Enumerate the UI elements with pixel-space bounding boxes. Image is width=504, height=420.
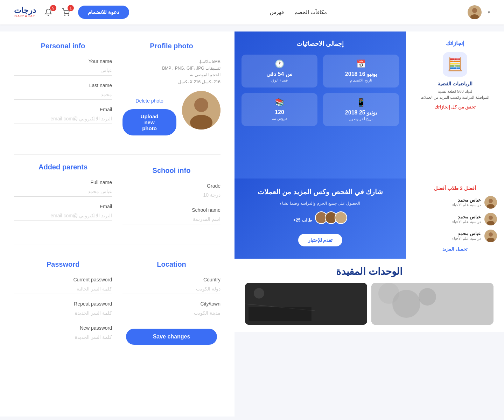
password-title: Password	[14, 260, 112, 268]
logo-subtext: DAR'AJAT	[14, 14, 36, 18]
achievement-link[interactable]: تحقق من كل إنجازاتك	[413, 104, 497, 110]
current-password-label: Current password	[14, 277, 112, 282]
personal-email-input[interactable]	[14, 114, 112, 124]
profile-avatar	[182, 91, 220, 130]
user-menu-chevron[interactable]: ▾	[488, 10, 490, 15]
achievement-desc-1: لديك 560 قطعة نقدية	[413, 89, 497, 94]
parent-email-input[interactable]	[14, 211, 112, 221]
grade-input[interactable]	[122, 190, 220, 200]
personal-info-section: Personal info Your name Last name Email	[14, 42, 112, 138]
stat-icon-2: 📚	[246, 98, 313, 107]
country-label: Country	[122, 277, 220, 282]
svg-point-1	[68, 15, 69, 15]
current-password-field: Current password	[14, 277, 112, 294]
svg-point-3	[472, 8, 477, 13]
upload-photo-button[interactable]: Upload new photo	[122, 109, 176, 135]
stat-item-3: 📱 يونيو 25 2018 تاريخ آخر وصول	[323, 93, 399, 126]
parent-full-name-field: Full name	[14, 180, 112, 197]
achievement-name: الرياضيات الفضية	[413, 81, 497, 86]
svg-point-23	[392, 290, 420, 318]
user-avatar[interactable]	[468, 5, 482, 19]
join-button[interactable]: دعوة للانضمام	[78, 6, 129, 19]
repeat-password-input[interactable]	[14, 308, 112, 318]
logo-text: درجات	[14, 7, 36, 14]
your-name-input[interactable]	[14, 65, 112, 76]
student-item-0: عباس محمد دراسية علم الأحياء	[413, 196, 497, 209]
useful-units-section: الوحدات المقيدة	[234, 259, 504, 332]
student-item-1: عباس محمد دراسية علم الأحياء	[413, 213, 497, 225]
promo-panel: شارك في الفحص وكس المزيد من العملات الحص…	[234, 178, 406, 259]
top-right-row: إجمالي الاحصائيات 🕐 س 54 دقي قضاء الوق 📅…	[234, 31, 504, 178]
delete-photo-link[interactable]: Delete photo	[122, 98, 176, 104]
notifications-wrap[interactable]: 5	[43, 7, 54, 18]
password-section: Password Current password Repeat passwor…	[14, 260, 112, 349]
navbar-left: درجات DAR'AJAT 5 1 دعوة للانضمام	[14, 6, 129, 19]
student-name-2: عباس محمد	[452, 231, 481, 236]
city-label: City/town	[122, 301, 220, 307]
new-password-input[interactable]	[14, 332, 112, 342]
load-more-button[interactable]: تحميل المزيد	[413, 246, 497, 252]
svg-point-19	[254, 288, 264, 299]
school-name-input[interactable]	[122, 214, 220, 224]
stat-item-1: 📅 يونيو 16 2018 تاريخ الانضمام	[323, 55, 399, 88]
notifications-badge: 5	[50, 5, 56, 11]
country-field: Country	[122, 277, 220, 294]
achievements-panel: إنجازاتك 🧮 الرياضيات الفضية لديك 560 قطع…	[406, 31, 504, 178]
repeat-password-label: Repeat password	[14, 301, 112, 307]
location-title: Location	[122, 260, 220, 268]
svg-point-9	[489, 199, 493, 203]
parent-full-name-input[interactable]	[14, 187, 112, 197]
svg-point-24	[419, 288, 436, 306]
save-changes-button[interactable]: Save changes	[126, 329, 217, 345]
take-test-button[interactable]: تقدم للإختبار	[298, 234, 343, 246]
student-subject-1: دراسية علم الأحياء	[452, 219, 481, 224]
location-section: Location Country City/town Save changes	[122, 260, 220, 349]
stat-item-0: 🕐 س 54 دقي قضاء الوق	[241, 55, 317, 88]
svg-rect-20	[248, 307, 312, 321]
promo-desc: الحصول على جميع الحزم والدراسة وقتما تشا…	[241, 200, 399, 206]
student-info-0: عباس محمد دراسية علم الأحياء	[452, 197, 481, 207]
profile-photo-title: Profile photo	[122, 42, 220, 50]
school-info-section: School info Grade School name	[122, 167, 220, 236]
achievements-title: إنجازاتك	[413, 40, 497, 47]
svg-point-12	[489, 216, 493, 220]
student-item-2: عباس محمد دراسية علم الأحياء	[413, 230, 497, 242]
student-subject-0: دراسية علم الأحياء	[452, 203, 481, 207]
added-parents-title: Added parents	[14, 163, 112, 171]
unit-card-2[interactable]	[371, 283, 493, 325]
your-name-field: Your name	[14, 58, 112, 76]
useful-units-title: الوحدات المقيدة	[245, 266, 493, 277]
grade-label: Grade	[122, 183, 220, 189]
top-form-row: Personal info Your name Last name Email …	[14, 42, 220, 146]
nav-catalog[interactable]: فهرس	[270, 9, 284, 15]
profile-photo-section: Profile photo 5MB ماكسإ. تنسيقات BMP ، P…	[122, 42, 220, 135]
personal-email-field: Email	[14, 107, 112, 124]
student-avatar-2	[484, 230, 497, 242]
last-name-input[interactable]	[14, 90, 112, 100]
profile-panel: Personal info Your name Last name Email …	[0, 31, 234, 416]
school-info-title: School info	[122, 167, 220, 175]
promo-student-count: +25 طالب	[293, 218, 312, 223]
new-password-label: New password	[14, 325, 112, 331]
stat-value-0: س 54 دقي	[246, 71, 313, 77]
stat-label-0: قضاء الوق	[246, 78, 313, 83]
parent-email-field: Email	[14, 204, 112, 221]
last-name-label: Last name	[14, 83, 112, 88]
bottom-form-row: Password Current password Repeat passwor…	[14, 253, 220, 349]
svg-point-6	[194, 98, 208, 112]
city-input[interactable]	[122, 308, 220, 318]
svg-point-0	[64, 15, 65, 15]
last-name-field: Last name	[14, 83, 112, 100]
cart-badge: 1	[68, 5, 74, 11]
student-avatar-0	[484, 196, 497, 209]
personal-email-label: Email	[14, 107, 112, 112]
promo-title: شارك في الفحص وكس المزيد من العملات	[241, 187, 399, 197]
cart-wrap[interactable]: 1	[61, 7, 71, 18]
stats-title: إجمالي الاحصائيات	[241, 40, 399, 48]
divider-1	[14, 154, 220, 155]
unit-card-1[interactable]	[245, 283, 367, 325]
current-password-input[interactable]	[14, 284, 112, 294]
school-name-label: School name	[122, 207, 220, 213]
nav-rewards[interactable]: مكافآت الخصم	[294, 9, 327, 15]
country-input[interactable]	[122, 284, 220, 294]
